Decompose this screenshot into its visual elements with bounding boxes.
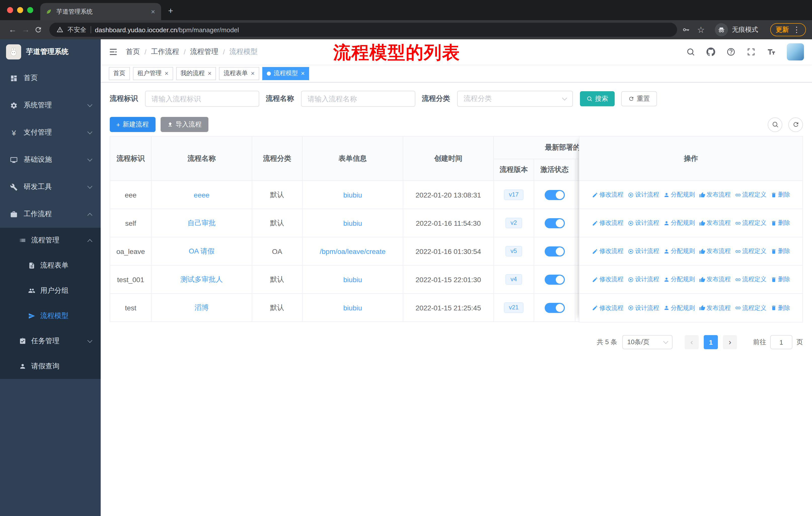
design-process-link[interactable]: 设计流程 <box>628 219 659 227</box>
tag-my-process[interactable]: 我的流程 × <box>176 67 216 80</box>
assign-rule-link[interactable]: 分配规则 <box>663 219 695 227</box>
form-info-link[interactable]: /bpm/oa/leave/create <box>320 247 386 255</box>
window-minimize-button[interactable] <box>17 7 23 13</box>
process-name-link[interactable]: 测试多审批人 <box>180 275 223 283</box>
active-toggle[interactable] <box>545 303 564 313</box>
fullscreen-icon[interactable] <box>747 47 756 56</box>
page-number-current[interactable]: 1 <box>704 335 718 349</box>
process-definition-link[interactable]: 流程定义 <box>735 304 766 312</box>
breadcrumb-item[interactable]: 工作流程 <box>151 47 179 56</box>
assign-rule-link[interactable]: 分配规则 <box>663 304 695 312</box>
form-info-link[interactable]: biubiu <box>343 275 362 283</box>
design-process-link[interactable]: 设计流程 <box>628 304 659 312</box>
password-key-icon[interactable] <box>682 26 690 34</box>
goto-page-input[interactable] <box>770 335 792 349</box>
form-info-link[interactable]: biubiu <box>343 304 362 312</box>
modify-process-link[interactable]: 修改流程 <box>592 275 624 284</box>
sidebar-item-system[interactable]: 系统管理 <box>0 92 101 119</box>
process-name-link[interactable]: eeee <box>194 191 209 199</box>
browser-menu-icon[interactable]: ⋮ <box>793 25 801 34</box>
tag-close-icon[interactable]: × <box>301 70 305 77</box>
process-definition-link[interactable]: 流程定义 <box>735 190 766 199</box>
process-name-link[interactable]: OA 请假 <box>189 247 215 255</box>
publish-process-link[interactable]: 发布流程 <box>699 190 731 199</box>
next-page-button[interactable]: › <box>723 335 737 349</box>
text-size-icon[interactable] <box>767 47 776 56</box>
delete-link[interactable]: 删除 <box>771 304 790 312</box>
sidebar-item-leave-query[interactable]: 请假查询 <box>0 354 101 379</box>
address-bar[interactable]: 不安全 dashboard.yudao.iocoder.cn/bpm/manag… <box>49 23 677 37</box>
publish-process-link[interactable]: 发布流程 <box>699 219 731 227</box>
process-definition-link[interactable]: 流程定义 <box>735 275 766 284</box>
modify-process-link[interactable]: 修改流程 <box>592 219 624 227</box>
design-process-link[interactable]: 设计流程 <box>628 247 659 255</box>
delete-link[interactable]: 删除 <box>771 219 790 227</box>
publish-process-link[interactable]: 发布流程 <box>699 304 731 312</box>
modify-process-link[interactable]: 修改流程 <box>592 304 624 312</box>
sidebar-item-workflow[interactable]: 工作流程 <box>0 200 101 228</box>
sidebar-item-devtools[interactable]: 研发工具 <box>0 173 101 200</box>
process-id-input[interactable] <box>145 91 259 107</box>
sidebar-item-infrastructure[interactable]: 基础设施 <box>0 146 101 173</box>
sidebar-item-payment[interactable]: ¥ 支付管理 <box>0 119 101 146</box>
delete-link[interactable]: 删除 <box>771 190 790 199</box>
browser-tab[interactable]: 芋道管理系统 × <box>40 3 161 20</box>
delete-link[interactable]: 删除 <box>771 247 790 255</box>
help-icon[interactable] <box>726 47 735 56</box>
sidebar-item-process-form[interactable]: 流程表单 <box>0 253 101 278</box>
window-zoom-button[interactable] <box>27 7 33 13</box>
sidebar-item-process-mgmt[interactable]: 流程管理 <box>0 228 101 253</box>
publish-process-link[interactable]: 发布流程 <box>699 275 731 284</box>
tag-process-form[interactable]: 流程表单 × <box>219 67 259 80</box>
prev-page-button[interactable]: ‹ <box>685 335 699 349</box>
app-logo[interactable]: 芋道管理系统 <box>0 39 101 64</box>
new-tab-button[interactable]: + <box>168 6 173 16</box>
process-name-link[interactable]: 自己审批 <box>187 218 216 226</box>
refresh-table-button[interactable] <box>788 117 803 132</box>
incognito-badge[interactable]: 无痕模式 <box>715 23 758 36</box>
form-info-link[interactable]: biubiu <box>343 219 362 227</box>
user-avatar[interactable] <box>787 43 804 60</box>
sidebar-item-home[interactable]: 首页 <box>0 64 101 92</box>
import-process-button[interactable]: 导入流程 <box>160 117 208 132</box>
design-process-link[interactable]: 设计流程 <box>628 275 659 284</box>
tag-close-icon[interactable]: × <box>208 70 211 77</box>
tab-close-icon[interactable]: × <box>150 7 156 16</box>
active-toggle[interactable] <box>545 274 564 284</box>
active-toggle[interactable] <box>545 218 564 228</box>
assign-rule-link[interactable]: 分配规则 <box>663 190 695 199</box>
github-icon[interactable] <box>706 47 715 56</box>
process-category-select[interactable]: 流程分类 <box>457 91 573 107</box>
process-definition-link[interactable]: 流程定义 <box>735 247 766 255</box>
modify-process-link[interactable]: 修改流程 <box>592 190 624 199</box>
sidebar-item-task-mgmt[interactable]: 任务管理 <box>0 329 101 354</box>
process-name-link[interactable]: 滔博 <box>195 303 209 311</box>
sidebar-fold-icon[interactable] <box>109 47 118 56</box>
search-button[interactable]: 搜索 <box>580 91 615 106</box>
assign-rule-link[interactable]: 分配规则 <box>663 275 695 284</box>
delete-link[interactable]: 删除 <box>771 275 790 284</box>
active-toggle[interactable] <box>545 246 564 256</box>
back-button[interactable]: ← <box>6 25 19 34</box>
window-close-button[interactable] <box>7 7 13 13</box>
forward-button[interactable]: → <box>19 25 32 34</box>
publish-process-link[interactable]: 发布流程 <box>699 247 731 255</box>
security-warning-icon[interactable] <box>56 26 63 33</box>
process-name-input[interactable] <box>301 91 415 107</box>
breadcrumb-item[interactable]: 流程管理 <box>190 47 219 56</box>
tag-tenant-mgmt[interactable]: 租户管理 × <box>133 67 173 80</box>
create-process-button[interactable]: + 新建流程 <box>110 117 155 132</box>
process-definition-link[interactable]: 流程定义 <box>735 219 766 227</box>
tag-close-icon[interactable]: × <box>251 70 255 77</box>
sidebar-item-process-model[interactable]: 流程模型 <box>0 303 101 329</box>
browser-update-button[interactable]: 更新 ⋮ <box>770 23 806 36</box>
tag-close-icon[interactable]: × <box>165 70 168 77</box>
sidebar-item-user-group[interactable]: 用户分组 <box>0 278 101 303</box>
reset-button[interactable]: 重置 <box>621 91 657 106</box>
reload-button[interactable] <box>34 26 42 34</box>
breadcrumb-item[interactable]: 首页 <box>126 47 140 56</box>
tag-process-model[interactable]: 流程模型 × <box>262 67 309 80</box>
search-icon[interactable] <box>686 47 695 56</box>
bookmark-star-icon[interactable]: ☆ <box>697 24 705 35</box>
modify-process-link[interactable]: 修改流程 <box>592 247 624 255</box>
